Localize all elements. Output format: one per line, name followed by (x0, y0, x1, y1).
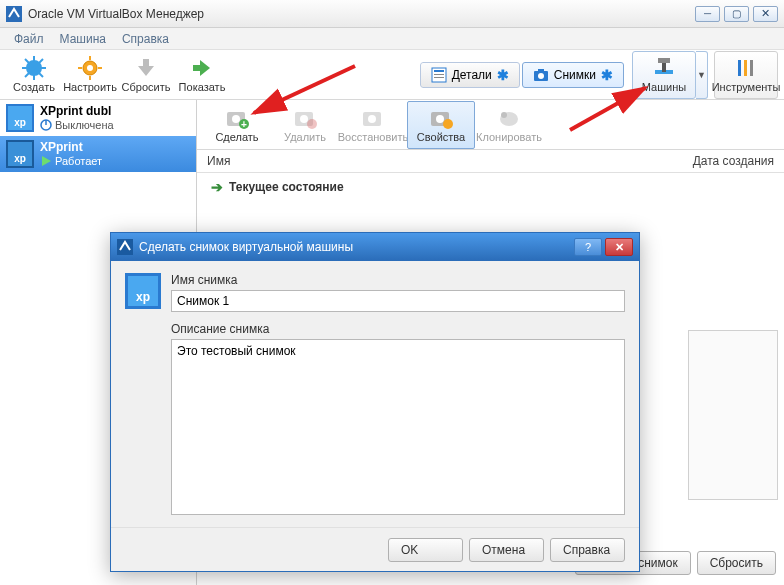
settings-button[interactable]: Настроить (62, 51, 118, 99)
svg-rect-9 (89, 76, 91, 80)
right-arrow-icon (190, 56, 214, 80)
svg-rect-11 (98, 67, 102, 69)
close-icon[interactable]: ✱ (497, 67, 509, 83)
svg-rect-23 (744, 60, 747, 76)
menu-machine[interactable]: Машина (52, 30, 114, 48)
camera-plus-icon: + (225, 106, 249, 130)
tools-tool[interactable]: Инструменты (714, 51, 778, 99)
tab-snapshots[interactable]: Снимки ✱ (522, 62, 624, 88)
machines-tool[interactable]: Машины (632, 51, 696, 99)
description-panel (688, 330, 778, 500)
vm-os-icon: xp (6, 140, 34, 168)
power-off-icon (40, 119, 52, 131)
minimize-button[interactable]: ─ (695, 6, 720, 22)
dialog-titlebar[interactable]: Сделать снимок виртуальной машины ? ✕ (111, 233, 639, 261)
window-title: Oracle VM VirtualBox Менеджер (28, 7, 695, 21)
details-icon (431, 67, 447, 83)
svg-rect-13 (434, 70, 444, 72)
svg-point-46 (501, 112, 507, 118)
take-snapshot-dialog: Сделать снимок виртуальной машины ? ✕ xp… (110, 232, 640, 572)
dialog-cancel-button[interactable]: Отмена (469, 538, 544, 562)
discard-button[interactable]: Сбросить (118, 51, 174, 99)
menu-file[interactable]: Файл (6, 30, 52, 48)
window-titlebar: Oracle VM VirtualBox Менеджер ─ ▢ ✕ (0, 0, 784, 28)
svg-text:+: + (241, 119, 247, 130)
svg-point-43 (436, 115, 444, 123)
svg-rect-10 (78, 67, 82, 69)
svg-point-38 (300, 115, 308, 123)
svg-text:xp: xp (14, 117, 26, 128)
column-name[interactable]: Имя (207, 154, 693, 168)
svg-text:xp: xp (136, 290, 150, 304)
main-toolbar: Создать Настроить Сбросить Показать Дета… (0, 50, 784, 100)
hammer-icon (652, 56, 676, 80)
menu-help[interactable]: Справка (114, 30, 177, 48)
svg-point-44 (443, 119, 453, 129)
svg-rect-8 (89, 56, 91, 60)
vm-os-icon: xp (6, 104, 34, 132)
dialog-close-button[interactable]: ✕ (605, 238, 633, 256)
clone-snapshot-button: Клонировать (475, 101, 543, 149)
take-snapshot-button[interactable]: + Сделать (203, 101, 271, 149)
maximize-button[interactable]: ▢ (724, 6, 749, 22)
tree-current-state[interactable]: ➔ Текущее состояние (211, 179, 770, 195)
vm-os-icon: xp (125, 273, 161, 309)
create-button[interactable]: Создать (6, 51, 62, 99)
svg-point-39 (307, 119, 317, 129)
vm-list-item[interactable]: xp XPprint Работает (0, 136, 196, 172)
camera-gear-icon (429, 106, 453, 130)
snapshot-desc-textarea[interactable] (171, 339, 625, 515)
camera-icon (533, 67, 549, 83)
dialog-help-button[interactable]: Справка (550, 538, 625, 562)
virtualbox-icon (117, 239, 133, 255)
running-icon (40, 155, 52, 167)
dialog-ok-button[interactable]: OK (388, 538, 463, 562)
snapshot-desc-label: Описание снимка (171, 322, 625, 336)
tab-details[interactable]: Детали ✱ (420, 62, 520, 88)
vm-state: Работает (40, 154, 102, 168)
column-date[interactable]: Дата создания (693, 154, 774, 168)
dialog-title: Сделать снимок виртуальной машины (139, 240, 574, 254)
svg-point-41 (368, 115, 376, 123)
close-button[interactable]: ✕ (753, 6, 778, 22)
sheep-icon (497, 106, 521, 130)
svg-rect-22 (738, 60, 741, 76)
snapshot-name-input[interactable] (171, 290, 625, 312)
svg-point-34 (232, 115, 240, 123)
delete-snapshot-button: Удалить (271, 101, 339, 149)
gear-icon (78, 56, 102, 80)
camera-rewind-icon (361, 106, 385, 130)
vm-name: XPprint dubl (40, 104, 114, 118)
svg-rect-21 (658, 58, 670, 63)
svg-rect-15 (434, 77, 444, 78)
vm-list-item[interactable]: xp XPprint dubl Выключена (0, 100, 196, 136)
toolbox-icon (734, 56, 758, 80)
arrow-icon: ➔ (211, 179, 223, 195)
vm-name: XPprint (40, 140, 102, 154)
restore-snapshot-button: Восстановить (339, 101, 407, 149)
vm-state: Выключена (40, 118, 114, 132)
svg-point-17 (538, 73, 544, 79)
show-button[interactable]: Показать (174, 51, 230, 99)
machines-dropdown[interactable]: ▼ (696, 51, 708, 99)
svg-rect-18 (538, 69, 544, 72)
camera-minus-icon (293, 106, 317, 130)
snapshot-columns: Имя Дата создания (197, 150, 784, 173)
starburst-icon (22, 56, 46, 80)
svg-point-7 (87, 65, 93, 71)
menubar: Файл Машина Справка (0, 28, 784, 50)
svg-rect-24 (750, 60, 753, 76)
discard-bottom-button[interactable]: Сбросить (697, 551, 776, 575)
dialog-help-button[interactable]: ? (574, 238, 602, 256)
virtualbox-icon (6, 6, 22, 22)
snapshot-properties-button[interactable]: Свойства (407, 101, 475, 149)
svg-rect-14 (434, 74, 444, 75)
down-arrow-icon (134, 56, 158, 80)
snapshot-name-label: Имя снимка (171, 273, 625, 287)
svg-text:xp: xp (14, 153, 26, 164)
close-icon[interactable]: ✱ (601, 67, 613, 83)
